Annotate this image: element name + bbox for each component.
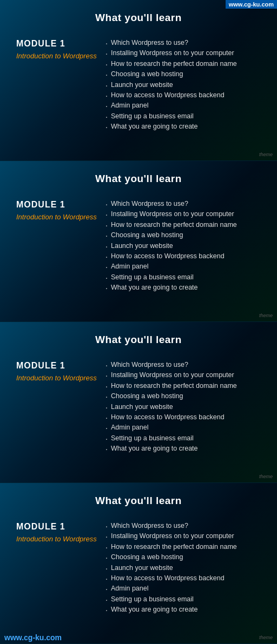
module-block-2: MODULE 1Introduction to Wordpress: [5, 194, 100, 293]
list-item-1-7: Admin panel: [105, 100, 272, 111]
module-label-1: MODULE 1: [16, 39, 100, 49]
list-item-1-4: Choosing a web hosting: [105, 69, 272, 79]
list-block-2: Which Wordpress to use?Installing Wordpr…: [100, 194, 272, 293]
list-item-2-8: Setting up a business email: [105, 272, 272, 283]
list-item-2-6: How to access to Wordpress backend: [105, 251, 272, 261]
list-item-1-1: Which Wordpress to use?: [105, 38, 272, 48]
corner-mark-1: theme: [259, 152, 273, 157]
panel-2-title: What you'll learn: [0, 161, 277, 194]
panel-3: What you'll learnMODULE 1Introduction to…: [0, 322, 277, 483]
module-subtitle-1: Introduction to Wordpress: [16, 52, 100, 60]
module-subtitle-3: Introduction to Wordpress: [16, 374, 100, 382]
list-item-4-7: Admin panel: [105, 583, 272, 594]
module-block-1: MODULE 1Introduction to Wordpress: [5, 33, 100, 132]
list-block-3: Which Wordpress to use?Installing Wordpr…: [100, 355, 272, 454]
list-item-3-2: Installing Wordpress on to your computer: [105, 370, 272, 380]
list-item-2-2: Installing Wordpress on to your computer: [105, 209, 272, 219]
watermark-bottom: www.cg-ku.com: [0, 631, 66, 644]
list-item-1-5: Launch your website: [105, 80, 272, 90]
list-item-4-3: How to research the perfect domain name: [105, 542, 272, 552]
watermark-top: www.cg-ku.com: [226, 0, 277, 9]
list-item-3-8: Setting up a business email: [105, 433, 272, 444]
list-block-4: Which Wordpress to use?Installing Wordpr…: [100, 516, 272, 615]
list-item-4-1: Which Wordpress to use?: [105, 521, 272, 531]
panel-4-title: What you'll learn: [0, 483, 277, 516]
panels-container: What you'll learnMODULE 1Introduction to…: [0, 0, 277, 644]
panel-1: What you'll learnMODULE 1Introduction to…: [0, 0, 277, 161]
module-label-3: MODULE 1: [16, 361, 100, 371]
list-block-1: Which Wordpress to use?Installing Wordpr…: [100, 33, 272, 132]
corner-mark-3: theme: [259, 474, 273, 479]
module-block-4: MODULE 1Introduction to Wordpress: [5, 516, 100, 615]
list-item-4-4: Choosing a web hosting: [105, 552, 272, 562]
list-item-4-2: Installing Wordpress on to your computer: [105, 531, 272, 541]
list-item-3-3: How to research the perfect domain name: [105, 381, 272, 391]
list-item-2-9: What you are going to create: [105, 283, 272, 293]
list-item-3-5: Launch your website: [105, 402, 272, 412]
list-item-2-1: Which Wordpress to use?: [105, 199, 272, 209]
module-label-2: MODULE 1: [16, 200, 100, 210]
list-item-2-4: Choosing a web hosting: [105, 230, 272, 240]
list-item-4-8: Setting up a business email: [105, 594, 272, 605]
panel-2: What you'll learnMODULE 1Introduction to…: [0, 161, 277, 322]
list-item-4-6: How to access to Wordpress backend: [105, 573, 272, 583]
list-item-3-7: Admin panel: [105, 422, 272, 433]
module-label-4: MODULE 1: [16, 522, 100, 532]
list-item-2-7: Admin panel: [105, 261, 272, 272]
list-item-1-3: How to research the perfect domain name: [105, 59, 272, 69]
list-item-1-8: Setting up a business email: [105, 111, 272, 122]
corner-mark-4: theme: [259, 635, 273, 640]
list-item-3-4: Choosing a web hosting: [105, 391, 272, 401]
panel-3-title: What you'll learn: [0, 322, 277, 355]
corner-mark-2: theme: [259, 313, 273, 318]
list-item-1-9: What you are going to create: [105, 122, 272, 132]
module-block-3: MODULE 1Introduction to Wordpress: [5, 355, 100, 454]
panel-4: What you'll learnMODULE 1Introduction to…: [0, 483, 277, 644]
list-item-1-6: How to access to Wordpress backend: [105, 90, 272, 100]
module-subtitle-4: Introduction to Wordpress: [16, 535, 100, 543]
list-item-2-3: How to research the perfect domain name: [105, 220, 272, 230]
list-item-3-6: How to access to Wordpress backend: [105, 412, 272, 422]
list-item-4-5: Launch your website: [105, 563, 272, 573]
list-item-3-9: What you are going to create: [105, 444, 272, 454]
module-subtitle-2: Introduction to Wordpress: [16, 213, 100, 221]
list-item-2-5: Launch your website: [105, 241, 272, 251]
list-item-1-2: Installing Wordpress on to your computer: [105, 48, 272, 58]
list-item-4-9: What you are going to create: [105, 605, 272, 615]
list-item-3-1: Which Wordpress to use?: [105, 360, 272, 370]
